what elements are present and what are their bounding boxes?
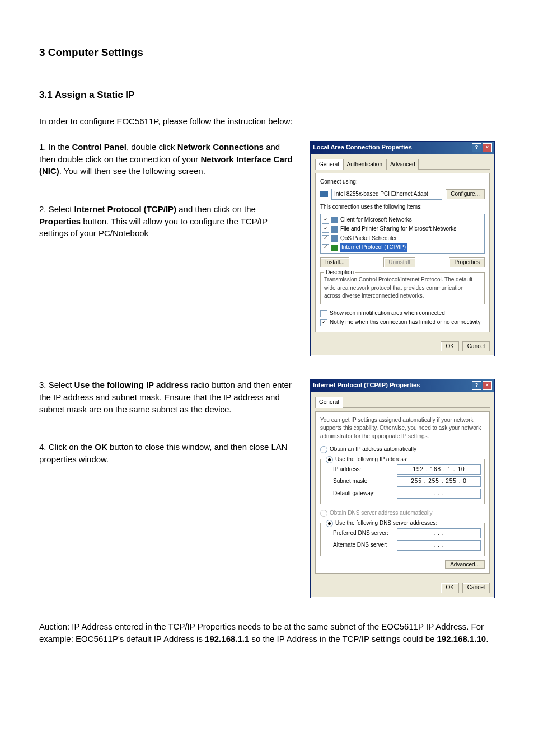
show-icon-checkbox-row[interactable]: Show icon in notification area when conn… [320, 309, 485, 318]
help-icon[interactable]: ? [472, 143, 481, 152]
description-legend: Description [324, 269, 355, 277]
obtain-dns-auto-radio: Obtain DNS server address automatically [320, 509, 485, 518]
ip-address-input[interactable]: 192 . 168 . 1 . 10 [397, 464, 481, 475]
step-1: 1. In the Control Panel, double click Ne… [39, 141, 293, 177]
cancel-button[interactable]: Cancel [462, 341, 490, 352]
tab-advanced[interactable]: Advanced [386, 159, 419, 170]
advanced-button[interactable]: Advanced... [445, 560, 485, 569]
text: . You will then see the following screen… [59, 166, 205, 176]
auction-note: Auction: IP Address entered in the TCP/I… [39, 621, 495, 645]
uninstall-button: Uninstall [383, 257, 415, 268]
description-group: Description Transmission Control Protoco… [320, 272, 485, 304]
tab-general[interactable]: General [315, 159, 343, 170]
checkbox-icon[interactable]: ✓ [322, 226, 329, 233]
default-gateway-label: Default gateway: [333, 490, 375, 498]
ip-address-label: IP address: [333, 466, 361, 474]
configure-button[interactable]: Configure... [446, 189, 485, 200]
intro-paragraph: In order to configure EOC5611P, please f… [39, 115, 495, 128]
bold: 192.168.1.10 [437, 634, 486, 644]
text: 2. Select [39, 204, 74, 214]
tabs: General [315, 396, 490, 408]
adapter-name: Intel 8255x-based PCI Ethernet Adapt [331, 189, 442, 200]
preferred-dns-label: Preferred DNS server: [333, 529, 388, 538]
use-ip-radio-legend[interactable]: Use the following IP address: [324, 456, 409, 464]
item-label: Client for Microsoft Networks [340, 216, 412, 224]
list-item[interactable]: ✓File and Printer Sharing for Microsoft … [322, 224, 483, 234]
text: 1. In the [39, 142, 72, 152]
use-following-dns-group: Use the following DNS server addresses: … [320, 523, 485, 556]
description-text: Transmission Control Protocol/Internet P… [324, 276, 481, 300]
bold: Internet Protocol (TCP/IP) [74, 204, 177, 214]
item-label-selected: Internet Protocol (TCP/IP) [340, 243, 407, 252]
checkbox-icon[interactable] [320, 310, 327, 317]
bold: Properties [39, 217, 81, 226]
text: . [486, 634, 488, 644]
tcpip-properties-dialog: Internet Protocol (TCP/IP) Properties ? … [310, 379, 495, 598]
service-icon [331, 217, 338, 223]
radio-label: Obtain an IP address automatically [330, 445, 416, 454]
step-4: 4. Click on the OK button to close this … [39, 441, 293, 466]
protocol-icon [331, 245, 338, 251]
text: 3. Select [39, 380, 74, 389]
bold: 192.168.1.1 [205, 634, 249, 644]
bold: Network Connections [177, 142, 264, 152]
close-icon[interactable]: × [483, 143, 492, 152]
step-3: 3. Select Use the following IP address r… [39, 379, 293, 415]
tab-authentication[interactable]: Authentication [343, 159, 386, 170]
close-icon[interactable]: × [483, 381, 492, 390]
default-gateway-input[interactable]: . . . [397, 489, 481, 499]
service-icon [331, 226, 338, 233]
item-label: File and Printer Sharing for Microsoft N… [340, 225, 456, 233]
radio-icon[interactable] [326, 520, 333, 527]
radio-icon[interactable] [326, 456, 333, 463]
radio-icon[interactable] [320, 446, 327, 453]
checkbox-icon[interactable]: ✓ [322, 244, 329, 251]
install-button[interactable]: Install... [320, 257, 349, 268]
ok-button[interactable]: OK [441, 583, 458, 593]
use-dns-radio-legend[interactable]: Use the following DNS server addresses: [324, 519, 439, 528]
alternate-dns-input[interactable]: . . . [397, 540, 481, 551]
subsection-title: 3.1 Assign a Static IP [39, 88, 495, 102]
checkbox-icon[interactable]: ✓ [322, 217, 329, 224]
dialog-titlebar: Local Area Connection Properties ? × [311, 142, 494, 154]
list-item[interactable]: ✓Internet Protocol (TCP/IP) [322, 243, 483, 252]
tabs: General Authentication Advanced [315, 158, 490, 170]
radio-label: Use the following IP address: [335, 456, 407, 464]
tcpip-intro-text: You can get IP settings assigned automat… [320, 416, 485, 441]
text: , double click [127, 142, 177, 152]
adapter-icon [320, 191, 328, 197]
dialog-titlebar: Internet Protocol (TCP/IP) Properties ? … [311, 379, 494, 392]
dialog-title: Local Area Connection Properties [313, 143, 412, 152]
local-area-connection-properties-dialog: Local Area Connection Properties ? × Gen… [310, 141, 495, 357]
text: 4. Click on the [39, 442, 95, 452]
bold: OK [95, 442, 107, 452]
properties-button[interactable]: Properties [449, 257, 485, 268]
radio-label: Use the following DNS server addresses: [335, 519, 437, 528]
list-item[interactable]: ✓QoS Packet Scheduler [322, 234, 483, 243]
help-icon[interactable]: ? [472, 381, 481, 390]
checkbox-label: Notify me when this connection has limit… [330, 318, 481, 327]
service-icon [331, 235, 338, 242]
connection-items-label: This connection uses the following items… [320, 203, 485, 212]
checkbox-icon[interactable]: ✓ [320, 319, 327, 326]
item-label: QoS Packet Scheduler [340, 234, 397, 243]
bold: Control Panel [72, 142, 127, 152]
checkbox-icon[interactable]: ✓ [322, 235, 329, 242]
step-2: 2. Select Internet Protocol (TCP/IP) and… [39, 203, 293, 240]
subnet-mask-input[interactable]: 255 . 255 . 255 . 0 [397, 476, 481, 487]
text: so the IP Address in the TCP/IP settings… [249, 634, 437, 644]
section-title: 3 Computer Settings [39, 45, 495, 60]
dialog-title: Internet Protocol (TCP/IP) Properties [313, 381, 420, 390]
preferred-dns-input[interactable]: . . . [397, 528, 481, 539]
tab-general[interactable]: General [315, 397, 343, 408]
cancel-button[interactable]: Cancel [462, 583, 490, 593]
bold: Use the following IP address [74, 380, 189, 389]
connection-items-list[interactable]: ✓Client for Microsoft Networks ✓File and… [320, 214, 485, 254]
list-item[interactable]: ✓Client for Microsoft Networks [322, 215, 483, 225]
ok-button[interactable]: OK [441, 341, 458, 352]
checkbox-label: Show icon in notification area when conn… [330, 309, 445, 318]
obtain-ip-auto-radio[interactable]: Obtain an IP address automatically [320, 445, 485, 454]
alternate-dns-label: Alternate DNS server: [333, 541, 387, 550]
radio-label: Obtain DNS server address automatically [330, 509, 432, 518]
notify-checkbox-row[interactable]: ✓Notify me when this connection has limi… [320, 318, 485, 327]
